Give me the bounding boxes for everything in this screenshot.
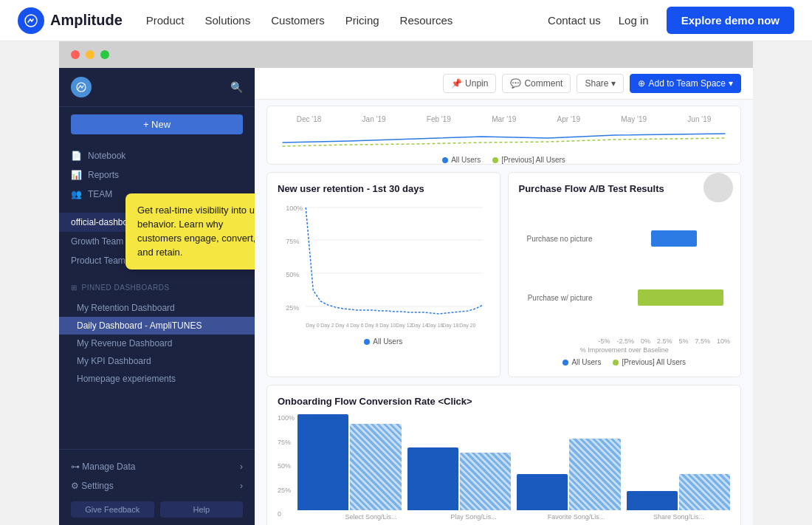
charts-container: Dec '18 Jan '19 Feb '19 Mar '19 Apr '19 … bbox=[255, 100, 753, 525]
ab-x-label-2: 0% bbox=[641, 337, 650, 345]
retention-legend-all-users: All Users bbox=[364, 337, 402, 346]
ab-legend-all-users: All Users bbox=[562, 358, 601, 366]
ab-x-label-4: 5% bbox=[678, 337, 688, 345]
timeline-label-4: Apr '19 bbox=[557, 115, 580, 123]
svg-text:Day 20: Day 20 bbox=[459, 323, 475, 329]
onboarding-bar-groups bbox=[297, 414, 730, 510]
ab-bar-no-picture bbox=[599, 228, 731, 249]
svg-text:25%: 25% bbox=[286, 304, 299, 312]
ab-label-no-picture: Purchase no picture bbox=[519, 235, 593, 243]
svg-text:Day 18: Day 18 bbox=[442, 323, 458, 329]
timeline-label-3: Mar '19 bbox=[492, 115, 516, 123]
legend-previous-users: [Previous] All Users bbox=[492, 156, 565, 164]
svg-text:Day 10: Day 10 bbox=[379, 323, 396, 329]
team-icon: 👥 bbox=[71, 189, 82, 199]
nav-solutions[interactable]: Solutions bbox=[204, 14, 250, 27]
legend-dot-green bbox=[492, 157, 498, 163]
comment-button[interactable]: 💬 Comment bbox=[502, 74, 571, 93]
content-toolbar: 📌 Unpin 💬 Comment Share ▾ ⊕ Add to Team … bbox=[255, 68, 753, 100]
ab-x-label-3: 2.5% bbox=[657, 337, 672, 345]
sidebar-manage-data[interactable]: ⊶ Manage Data › bbox=[71, 457, 243, 476]
bar-striped-3 bbox=[679, 474, 730, 510]
timeline-svg bbox=[276, 128, 732, 150]
svg-text:100%: 100% bbox=[286, 205, 303, 212]
search-icon[interactable]: 🔍 bbox=[230, 81, 243, 93]
plus-icon: ⊕ bbox=[638, 78, 645, 89]
ab-x-axis: -5% -2.5% 0% 2.5% 5% 7.5% 10% bbox=[519, 337, 731, 345]
bar-solid-1 bbox=[407, 447, 458, 510]
pinned-items: My Retention Dashboard Daily Dashboard -… bbox=[59, 295, 255, 392]
svg-text:Day 2: Day 2 bbox=[320, 323, 334, 329]
bar-striped-0 bbox=[350, 424, 401, 510]
onboarding-x-0: Select Song/Lis... bbox=[320, 513, 422, 521]
ab-x-label-5: 7.5% bbox=[695, 337, 710, 345]
bar-solid-2 bbox=[517, 474, 568, 510]
svg-text:Day 4: Day 4 bbox=[335, 323, 348, 329]
y-label-0: 0 bbox=[278, 510, 295, 518]
add-to-team-space-button[interactable]: ⊕ Add to Team Space ▾ bbox=[630, 74, 741, 93]
timeline-legend: All Users [Previous] All Users bbox=[276, 156, 732, 164]
reports-icon: 📊 bbox=[71, 170, 82, 180]
nav-customers[interactable]: Customers bbox=[271, 14, 325, 27]
ab-bar-green bbox=[638, 289, 723, 306]
timeline-chart: Dec '18 Jan '19 Feb '19 Mar '19 Apr '19 … bbox=[266, 106, 741, 165]
retention-dot-blue bbox=[364, 339, 370, 345]
share-button[interactable]: Share ▾ bbox=[577, 74, 624, 93]
ab-test-chart-card: Purchase Flow A/B Test Results Purchase … bbox=[508, 172, 742, 377]
svg-text:Day 6: Day 6 bbox=[350, 323, 363, 329]
ab-chart-area: Purchase no picture Purchase w/ picture bbox=[519, 202, 731, 334]
ab-legend: All Users [Previous] All Users bbox=[519, 358, 731, 366]
sidebar-item-daily-dashboard[interactable]: Daily Dashboard - AmpliTUNES bbox=[59, 317, 255, 334]
nav-contact[interactable]: Contact us bbox=[548, 14, 601, 27]
sidebar-item-reports[interactable]: 📊 Reports bbox=[59, 165, 255, 185]
chevron-down-icon: ▾ bbox=[611, 78, 616, 89]
right-content: 📌 Unpin 💬 Comment Share ▾ ⊕ Add to Team … bbox=[255, 68, 753, 525]
tooltip-box: Get real-time visibility into user behav… bbox=[125, 193, 255, 270]
nav-right: Contact us Log in Explore demo now bbox=[548, 7, 794, 34]
new-button[interactable]: + New bbox=[71, 114, 243, 134]
logo[interactable]: Amplitude bbox=[18, 7, 123, 34]
timeline-label-6: Jun '19 bbox=[687, 115, 711, 123]
timeline-labels: Dec '18 Jan '19 Feb '19 Mar '19 Apr '19 … bbox=[276, 115, 732, 123]
chevron-right-icon: › bbox=[240, 461, 243, 472]
unpin-icon: 📌 bbox=[451, 78, 462, 89]
help-button[interactable]: Help bbox=[160, 501, 244, 518]
sidebar-item-notebook[interactable]: 📄 Notebook bbox=[59, 146, 255, 165]
sidebar-item-my-revenue[interactable]: My Revenue Dashboard bbox=[59, 334, 255, 352]
onboarding-chart-inner: 100% 75% 50% 25% 0 bbox=[278, 414, 730, 521]
nav-resources[interactable]: Resources bbox=[400, 14, 453, 27]
onboarding-y-axis: 100% 75% 50% 25% 0 bbox=[278, 414, 295, 518]
legend-all-users: All Users bbox=[442, 156, 481, 164]
bar-solid-3 bbox=[627, 491, 678, 510]
nav-product[interactable]: Product bbox=[146, 14, 185, 27]
svg-text:50%: 50% bbox=[286, 271, 299, 278]
nav-links: Product Solutions Customers Pricing Reso… bbox=[146, 14, 548, 27]
y-label-100: 100% bbox=[278, 414, 295, 422]
svg-text:75%: 75% bbox=[286, 238, 299, 245]
ab-axis-label: % Improvement over Baseline bbox=[519, 346, 731, 354]
sidebar-item-my-kpi[interactable]: My KPI Dashboard bbox=[59, 352, 255, 370]
ab-bar-blue bbox=[651, 230, 697, 247]
give-feedback-button[interactable]: Give Feedback bbox=[71, 501, 154, 518]
ab-x-label-0: -5% bbox=[599, 337, 610, 345]
sidebar-settings[interactable]: ⚙ Settings › bbox=[71, 476, 243, 495]
sidebar-item-homepage[interactable]: Homepage experiements bbox=[59, 370, 255, 388]
notebook-icon: 📄 bbox=[71, 151, 82, 161]
nav-pricing[interactable]: Pricing bbox=[345, 14, 379, 27]
timeline-label-5: May '19 bbox=[621, 115, 647, 123]
sidebar: 🔍 + New 📄 Notebook 📊 Reports 👥 TEAM offi… bbox=[59, 68, 255, 525]
svg-text:Day 8: Day 8 bbox=[365, 323, 378, 329]
y-label-75: 75% bbox=[278, 439, 295, 446]
retention-chart-area: 100% 75% 50% 25% Day 0 bbox=[278, 202, 489, 334]
sidebar-item-my-retention[interactable]: My Retention Dashboard bbox=[59, 299, 255, 317]
pinned-dashboards-label: ⊞ PINNED DASHBOARDS bbox=[59, 275, 255, 295]
unpin-button[interactable]: 📌 Unpin bbox=[443, 74, 496, 93]
explore-demo-button[interactable]: Explore demo now bbox=[667, 7, 794, 34]
ab-dot-blue bbox=[562, 360, 568, 366]
onboarding-x-1: Play Song/Lis... bbox=[422, 513, 525, 521]
onboarding-x-2: Favorite Song/Lis... bbox=[525, 513, 627, 521]
comment-icon: 💬 bbox=[510, 78, 521, 89]
top-navigation: Amplitude Product Solutions Customers Pr… bbox=[0, 0, 812, 41]
nav-login[interactable]: Log in bbox=[619, 14, 649, 27]
sidebar-logo[interactable] bbox=[71, 77, 92, 97]
